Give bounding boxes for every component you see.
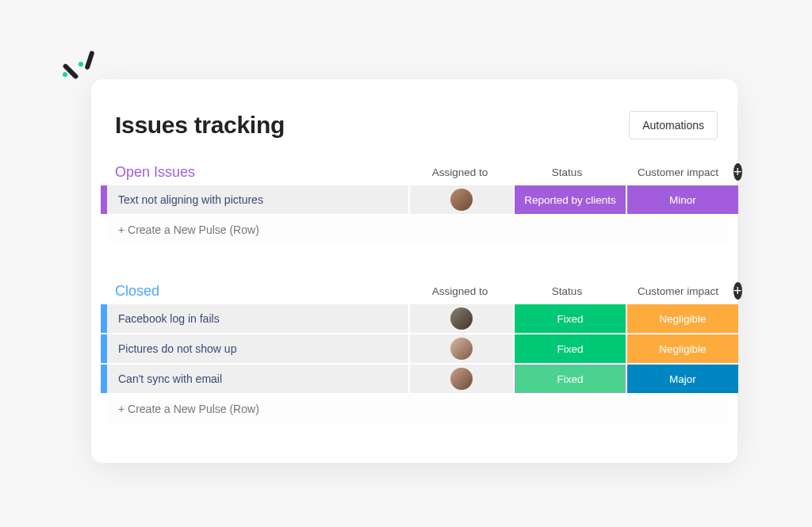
column-header-assigned: Assigned to <box>408 285 511 297</box>
avatar <box>450 338 473 360</box>
group-title-closed[interactable]: Closed <box>115 283 408 300</box>
automations-button[interactable]: Automations <box>629 111 718 139</box>
row-color-bar <box>101 334 107 363</box>
group-header-closed: Closed Assigned to Status Customer impac… <box>91 282 737 304</box>
impact-cell[interactable]: Negligible <box>627 304 738 333</box>
page-title: Issues tracking <box>115 112 285 139</box>
new-pulse-row[interactable]: + Create a New Pulse (Row) <box>101 395 728 423</box>
table-row: Text not aligning with pictures Reported… <box>101 185 728 214</box>
table-row: Can't sync with email Fixed Major <box>101 365 728 393</box>
group-title-open[interactable]: Open Issues <box>115 164 408 181</box>
impact-cell[interactable]: Negligible <box>627 334 738 363</box>
group-open-issues: Open Issues Assigned to Status Customer … <box>91 163 737 260</box>
svg-point-0 <box>79 62 83 67</box>
status-cell[interactable]: Reported by clients <box>515 185 626 214</box>
assigned-cell[interactable] <box>410 304 513 333</box>
row-name-cell[interactable]: Text not aligning with pictures <box>107 185 408 214</box>
assigned-cell[interactable] <box>410 334 513 363</box>
impact-cell[interactable]: Major <box>627 365 738 393</box>
group-header-open: Open Issues Assigned to Status Customer … <box>91 163 737 185</box>
column-header-impact: Customer impact <box>622 166 733 178</box>
svg-point-1 <box>63 72 67 77</box>
row-color-bar <box>101 304 107 333</box>
status-cell[interactable]: Fixed <box>515 304 626 333</box>
board-card: Issues tracking Automations Open Issues … <box>91 79 737 463</box>
svg-rect-2 <box>84 51 94 71</box>
impact-cell[interactable]: Minor <box>627 185 738 214</box>
new-pulse-row[interactable]: + Create a New Pulse (Row) <box>101 216 728 244</box>
row-name-cell[interactable]: Can't sync with email <box>107 365 408 393</box>
table-row: Facebook log in fails Fixed Negligible <box>101 304 728 333</box>
table-row: Pictures do not show up Fixed Negligible <box>101 334 728 363</box>
assigned-cell[interactable] <box>410 365 513 393</box>
row-color-bar <box>101 365 107 393</box>
avatar <box>450 189 473 211</box>
new-pulse-label[interactable]: + Create a New Pulse (Row) <box>107 395 728 423</box>
assigned-cell[interactable] <box>410 185 513 214</box>
add-column-button[interactable]: + <box>733 163 742 181</box>
row-color-bar <box>101 216 107 244</box>
status-cell[interactable]: Fixed <box>515 334 626 363</box>
column-header-assigned: Assigned to <box>408 166 511 178</box>
group-closed: Closed Assigned to Status Customer impac… <box>91 282 737 439</box>
add-column-button[interactable]: + <box>733 282 742 300</box>
new-pulse-label[interactable]: + Create a New Pulse (Row) <box>107 216 728 244</box>
column-header-status: Status <box>511 166 622 178</box>
avatar <box>450 307 473 330</box>
row-name-cell[interactable]: Facebook log in fails <box>107 304 408 333</box>
status-cell[interactable]: Fixed <box>515 365 626 393</box>
row-color-bar <box>101 185 107 214</box>
column-header-impact: Customer impact <box>622 285 733 297</box>
row-name-cell[interactable]: Pictures do not show up <box>107 334 408 363</box>
avatar <box>450 368 473 390</box>
column-header-status: Status <box>511 285 622 297</box>
svg-rect-3 <box>62 63 79 79</box>
row-color-bar <box>101 395 107 423</box>
card-header: Issues tracking Automations <box>91 111 737 163</box>
